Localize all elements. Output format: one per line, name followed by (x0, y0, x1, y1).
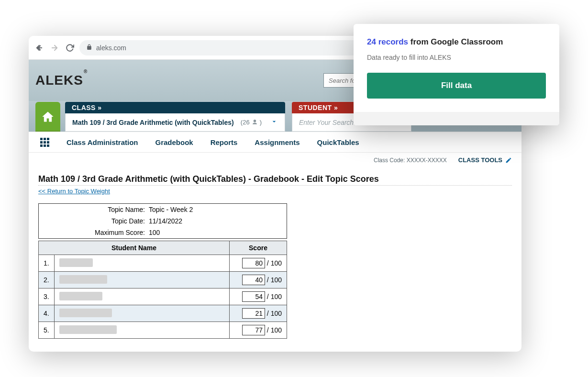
popover-title: 24 records from Google Classroom (367, 37, 546, 47)
table-row: 5. / 100 (39, 322, 287, 339)
table-row: 3. / 100 (39, 288, 287, 305)
student-name (54, 272, 229, 288)
table-row: 2. / 100 (39, 272, 287, 288)
score-denom: / 100 (267, 326, 282, 334)
topic-date: 11/14/2022 (149, 217, 282, 225)
topic-name-label: Topic Name: (44, 206, 149, 213)
student-name (54, 255, 229, 272)
row-index: 2. (39, 272, 55, 288)
row-index: 5. (39, 322, 55, 339)
nav-gradebook[interactable]: Gradebook (155, 138, 193, 146)
table-row: 1. / 100 (39, 255, 287, 272)
logo: ALEKS® (35, 73, 87, 88)
url-text: aleks.com (96, 44, 126, 52)
person-icon (252, 119, 258, 125)
col-score: Score (230, 241, 287, 255)
student-name (54, 322, 229, 339)
row-index: 1. (39, 255, 55, 272)
score-denom: / 100 (267, 276, 282, 284)
page-title: Math 109 / 3rd Grade Arithmetic (with Qu… (38, 174, 512, 186)
row-index: 4. (39, 305, 55, 322)
table-row: 4. / 100 (39, 305, 287, 322)
nav-quicktables[interactable]: QuickTables (317, 138, 359, 146)
nav-class-admin[interactable]: Class Administration (67, 138, 138, 146)
back-button[interactable] (33, 42, 45, 54)
class-tab-head[interactable]: CLASS » (65, 102, 285, 113)
score-input[interactable] (242, 291, 265, 302)
score-cell: / 100 (230, 288, 287, 305)
score-input[interactable] (242, 275, 265, 285)
class-code: Class Code: XXXXX-XXXXX (374, 157, 447, 164)
lock-icon (86, 44, 92, 52)
nav-assignments[interactable]: Assignments (255, 138, 300, 146)
row-index: 3. (39, 288, 55, 305)
reload-button[interactable] (64, 42, 76, 54)
score-input[interactable] (242, 258, 265, 268)
score-cell: / 100 (230, 322, 287, 339)
class-name: Math 109 / 3rd Grade Arithmetic (with Qu… (72, 119, 234, 126)
class-tools-button[interactable]: CLASS TOOLS (458, 156, 512, 164)
student-name (54, 288, 229, 305)
score-denom: / 100 (267, 293, 282, 300)
back-link[interactable]: << Return to Topic Weight (38, 188, 512, 195)
topic-name: Topic - Week 2 (149, 206, 282, 213)
sub-bar: Class Code: XXXXX-XXXXX CLASS TOOLS (29, 153, 521, 167)
content: Math 109 / 3rd Grade Arithmetic (with Qu… (29, 167, 521, 345)
fill-popover: 24 records from Google Classroom Data re… (354, 24, 559, 125)
class-tab: CLASS » Math 109 / 3rd Grade Arithmetic … (65, 102, 285, 132)
popover-footer (354, 112, 559, 125)
score-input[interactable] (242, 308, 265, 319)
main-nav: Class Administration Gradebook Reports A… (29, 132, 521, 153)
score-cell: / 100 (230, 255, 287, 272)
class-selector[interactable]: Math 109 / 3rd Grade Arithmetic (with Qu… (65, 113, 285, 132)
topic-max: 100 (149, 229, 282, 236)
nav-reports[interactable]: Reports (211, 138, 238, 146)
score-input[interactable] (242, 325, 265, 335)
student-name (54, 305, 229, 322)
home-button[interactable] (35, 102, 60, 132)
chevron-down-icon (270, 118, 278, 127)
apps-icon[interactable] (40, 138, 49, 147)
forward-button[interactable] (49, 42, 60, 54)
popover-subtitle: Data ready to fill into ALEKS (367, 54, 546, 61)
topic-info: Topic Name:Topic - Week 2 Topic Date:11/… (38, 203, 287, 239)
grade-table: Student Name Score 1. / 1002. / 1003. / … (38, 241, 287, 339)
score-cell: / 100 (230, 305, 287, 322)
edit-icon (505, 157, 512, 164)
class-count: (26 ) (241, 119, 262, 126)
fill-data-button[interactable]: Fill data (367, 73, 546, 99)
topic-date-label: Topic Date: (44, 217, 149, 225)
score-denom: / 100 (267, 310, 282, 317)
score-denom: / 100 (267, 259, 282, 267)
score-cell: / 100 (230, 272, 287, 288)
col-student: Student Name (39, 241, 230, 255)
topic-max-label: Maximum Score: (44, 229, 149, 236)
